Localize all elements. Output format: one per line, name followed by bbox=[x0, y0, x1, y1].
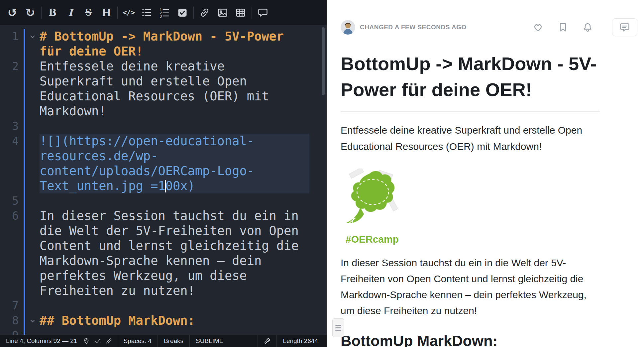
code-line-text[interactable] bbox=[40, 119, 309, 134]
code-segment: ![](https://open-educational-resources.d… bbox=[40, 134, 254, 193]
code-editor[interactable]: 1 # BottomUp -> MarkDown - 5V-Power für … bbox=[0, 25, 327, 335]
toolbar-separator bbox=[117, 7, 118, 19]
code-block-button[interactable]: </> bbox=[120, 0, 138, 25]
pane-divider bbox=[327, 0, 333, 347]
preferences-button[interactable] bbox=[258, 335, 276, 347]
markdown-preview-pane: CHANGED A FEW SECONDS AGO BottomUp -> Ma… bbox=[333, 0, 644, 347]
oercamp-logo-image bbox=[341, 169, 404, 232]
line-number: 4 bbox=[0, 134, 22, 193]
task-list-icon bbox=[177, 8, 187, 18]
code-line-text[interactable]: Entfessele deine kreative Superkraft und… bbox=[40, 59, 309, 119]
code-line-text[interactable] bbox=[40, 328, 309, 335]
document-title: BottomUp -> MarkDown - 5V-Power für dein… bbox=[341, 51, 600, 103]
like-button[interactable] bbox=[533, 22, 543, 33]
editor-line: 1 # BottomUp -> MarkDown - 5V-Power für … bbox=[0, 29, 327, 59]
fold-gutter[interactable] bbox=[25, 313, 40, 328]
line-number: 7 bbox=[0, 298, 22, 313]
line-number: 6 bbox=[0, 208, 22, 298]
link-button[interactable] bbox=[196, 0, 214, 25]
bell-icon bbox=[583, 22, 593, 33]
task-list-button[interactable] bbox=[173, 0, 191, 25]
document-info-bar: CHANGED A FEW SECONDS AGO bbox=[333, 0, 644, 36]
code-line-text[interactable]: In dieser Session tauchst du ein in die … bbox=[40, 208, 309, 298]
strikethrough-icon: S bbox=[85, 7, 92, 18]
line-number: 3 bbox=[0, 119, 22, 134]
ordered-list-icon: 123 bbox=[160, 8, 169, 18]
bullet-list-icon bbox=[142, 8, 152, 18]
fold-gutter bbox=[25, 134, 40, 193]
comment-button[interactable] bbox=[254, 0, 272, 25]
editor-scrollbar[interactable] bbox=[322, 27, 325, 95]
bookmark-button[interactable] bbox=[558, 22, 568, 32]
last-changed-text: CHANGED A FEW SECONDS AGO bbox=[360, 24, 467, 31]
italic-button[interactable]: I bbox=[61, 0, 79, 25]
fold-gutter[interactable] bbox=[25, 29, 40, 59]
undo-button[interactable]: ↺ bbox=[3, 0, 21, 25]
editor-toolbar: ↺ ↻ B I S H </> 123 bbox=[0, 0, 327, 25]
editor-line-active: 4 ![](https://open-educational-resources… bbox=[0, 134, 327, 193]
oercamp-logo-caption: #OERcamp bbox=[341, 234, 404, 245]
table-button[interactable] bbox=[232, 0, 250, 25]
indent-setting[interactable]: Spaces: 4 bbox=[117, 335, 158, 347]
toolbar-separator bbox=[41, 7, 42, 19]
linebreak-setting[interactable]: Breaks bbox=[158, 335, 189, 347]
strikethrough-button[interactable]: S bbox=[79, 0, 97, 25]
code-line-text[interactable]: # BottomUp -> MarkDown - 5V-Power für de… bbox=[40, 29, 309, 59]
editor-line: 3 bbox=[0, 119, 327, 134]
session-paragraph: In dieser Session tauchst du ein in die … bbox=[341, 255, 600, 319]
ordered-list-button[interactable]: 123 bbox=[156, 0, 173, 25]
scissors-icon bbox=[344, 216, 355, 229]
brush-icon[interactable] bbox=[106, 338, 112, 344]
keymap-setting[interactable]: SUBLIME bbox=[190, 335, 229, 347]
code-line-text[interactable]: ![](https://open-educational-resources.d… bbox=[40, 134, 309, 193]
editor-line: 2 Entfessele deine kreative Superkraft u… bbox=[0, 59, 327, 119]
location-pin-icon[interactable] bbox=[83, 338, 90, 344]
undo-icon: ↺ bbox=[8, 6, 17, 19]
code-line-text[interactable] bbox=[40, 298, 309, 313]
editor-line: 8 ## BottomUp MarkDown: bbox=[0, 313, 327, 328]
app-window: ↺ ↻ B I S H </> 123 bbox=[0, 0, 644, 347]
wrench-icon bbox=[264, 338, 270, 344]
document-actions bbox=[533, 18, 637, 36]
intro-paragraph: Entfessele deine kreative Superkraft und… bbox=[341, 122, 600, 155]
line-number: 9 bbox=[0, 328, 22, 335]
code-line-text[interactable] bbox=[40, 193, 309, 208]
code-segment: 00x) bbox=[165, 179, 195, 193]
subscribe-button[interactable] bbox=[583, 22, 593, 33]
markdown-editor-pane: ↺ ↻ B I S H </> 123 bbox=[0, 0, 327, 347]
table-icon bbox=[236, 8, 246, 18]
comments-panel-button[interactable] bbox=[612, 18, 637, 36]
editor-line: 7 bbox=[0, 298, 327, 313]
bold-button[interactable]: B bbox=[44, 0, 61, 25]
fold-gutter bbox=[25, 208, 40, 298]
svg-text:3: 3 bbox=[160, 14, 162, 18]
fold-gutter bbox=[25, 328, 40, 335]
italic-icon: I bbox=[68, 7, 73, 18]
code-icon: </> bbox=[123, 8, 135, 17]
redo-button[interactable]: ↻ bbox=[21, 0, 39, 25]
line-number: 1 bbox=[0, 29, 22, 59]
cursor-position: Line 4, Columns 92 — 21 bbox=[0, 335, 83, 347]
code-line-text[interactable]: ## BottomUp MarkDown: bbox=[40, 313, 309, 328]
chat-bubble-icon bbox=[620, 22, 630, 32]
image-button[interactable] bbox=[214, 0, 232, 25]
comment-icon bbox=[258, 8, 268, 18]
title-divider bbox=[341, 111, 600, 112]
fold-gutter bbox=[25, 119, 40, 134]
check-icon[interactable] bbox=[94, 338, 101, 344]
heading-button[interactable]: H bbox=[97, 0, 115, 25]
split-drag-handle[interactable] bbox=[332, 318, 344, 337]
bullet-list-button[interactable] bbox=[138, 0, 156, 25]
oercamp-logo: #OERcamp bbox=[341, 169, 404, 245]
fold-gutter bbox=[25, 193, 40, 208]
statusbar-icons bbox=[83, 338, 117, 344]
avatar-image bbox=[341, 20, 355, 35]
avatar[interactable] bbox=[341, 20, 355, 35]
editor-line: 6 In dieser Session tauchst du ein in di… bbox=[0, 208, 327, 298]
heading-icon: H bbox=[101, 7, 111, 19]
chevron-down-icon bbox=[30, 35, 35, 39]
chevron-down-icon bbox=[30, 319, 35, 323]
line-number: 2 bbox=[0, 59, 22, 119]
fold-gutter bbox=[25, 59, 40, 119]
editor-line: 9 bbox=[0, 328, 327, 335]
